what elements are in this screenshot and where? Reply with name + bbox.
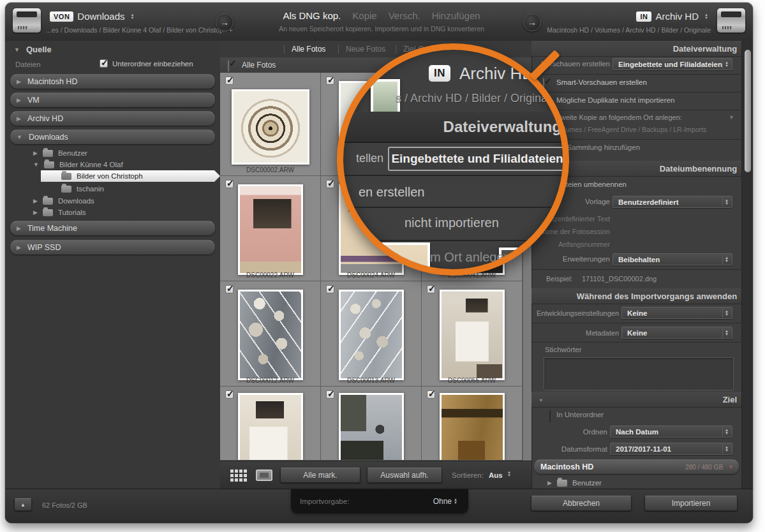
photo-thumbnail[interactable] bbox=[238, 393, 303, 461]
photo-checkbox[interactable] bbox=[225, 390, 234, 399]
expand-triangle-icon[interactable] bbox=[17, 225, 21, 232]
collapse-triangle-icon[interactable] bbox=[729, 114, 734, 121]
expand-triangle-icon[interactable] bbox=[17, 97, 21, 103]
volume-macintosh-hd[interactable]: Macintosh HD bbox=[10, 74, 215, 89]
destination-volume-bar[interactable]: Macintosh HD 280 / 480 GB bbox=[534, 459, 739, 474]
expand-triangle-icon[interactable] bbox=[17, 244, 21, 251]
tab-neue-fotos[interactable]: Neue Fotos bbox=[346, 45, 385, 54]
volume-downloads[interactable]: Downloads bbox=[10, 129, 215, 144]
photo-cell[interactable]: DSC00022.ARW bbox=[220, 176, 321, 281]
uncheck-all-button[interactable]: Auswahl aufh. bbox=[367, 468, 442, 483]
photo-cell[interactable] bbox=[422, 387, 523, 461]
photo-checkbox[interactable] bbox=[225, 77, 234, 85]
sort-value[interactable]: Aus bbox=[489, 471, 503, 479]
add-folder-icon[interactable] bbox=[539, 394, 542, 404]
photo-thumbnail[interactable] bbox=[440, 290, 505, 380]
destination-path[interactable]: Macintosh HD / Volumes / Archiv HD / Bil… bbox=[528, 26, 711, 34]
expand-triangle-icon[interactable] bbox=[33, 209, 38, 216]
expand-triangle-icon[interactable] bbox=[547, 480, 552, 486]
photo-cell[interactable]: DSC00012.ARW bbox=[220, 281, 321, 387]
right-panel-scrollbar[interactable] bbox=[741, 41, 753, 489]
expand-triangle-icon[interactable] bbox=[17, 115, 21, 122]
photo-thumbnail[interactable] bbox=[232, 89, 309, 165]
photo-checkbox[interactable] bbox=[326, 390, 334, 399]
file-handling-header[interactable]: Dateiverwaltung bbox=[531, 41, 753, 57]
right-scrollbar-thumb[interactable] bbox=[745, 50, 751, 172]
stepper-icon[interactable] bbox=[452, 498, 459, 505]
stepper-icon[interactable] bbox=[702, 13, 710, 20]
volume-vm[interactable]: VM bbox=[10, 92, 215, 107]
folder-row-tschanin[interactable]: tschanin bbox=[61, 183, 104, 195]
volume-archiv-hd[interactable]: Archiv HD bbox=[10, 111, 215, 126]
folder-row-tutorials[interactable]: Tutorials bbox=[33, 207, 86, 218]
develop-dropdown[interactable]: Keine bbox=[621, 307, 732, 319]
dateformat-dropdown[interactable]: 2017/2017-11-01 bbox=[610, 443, 732, 455]
photo-checkbox[interactable] bbox=[225, 285, 234, 293]
select-all-checkbox[interactable] bbox=[228, 60, 229, 72]
second-copy-path[interactable]: Volumes / FreeAgent Drive / Backups / LR… bbox=[556, 126, 706, 133]
stepper-icon[interactable] bbox=[129, 13, 137, 20]
source-selector[interactable]: VON Downloads bbox=[50, 11, 137, 22]
tab-alle-fotos[interactable]: Alle Fotos bbox=[292, 45, 325, 54]
include-subfolders-option[interactable]: Unterordner einbeziehen bbox=[100, 59, 193, 68]
mode-copy-as-dng[interactable]: Als DNG kop. bbox=[283, 10, 341, 21]
preset-value[interactable]: Ohne bbox=[433, 497, 452, 506]
photo-thumbnail[interactable] bbox=[238, 184, 303, 275]
destination-folder-benutzer[interactable]: Benutzer bbox=[547, 477, 602, 489]
photo-checkbox[interactable] bbox=[225, 180, 234, 188]
forward-arrow-left-icon[interactable] bbox=[216, 13, 234, 31]
collapse-triangle-icon[interactable] bbox=[33, 161, 39, 168]
photo-thumbnail[interactable] bbox=[440, 393, 505, 461]
photo-cell[interactable]: DSC00002.ARW bbox=[220, 73, 321, 176]
mode-copy[interactable]: Kopie bbox=[352, 10, 376, 21]
photo-thumbnail[interactable] bbox=[339, 290, 404, 380]
volume-wip-ssd[interactable]: WIP SSD bbox=[10, 240, 215, 255]
collapse-triangle-icon[interactable] bbox=[17, 134, 22, 140]
photo-checkbox[interactable] bbox=[326, 180, 334, 188]
stepper-icon[interactable] bbox=[505, 471, 513, 477]
folder-row-benutzer[interactable]: Benutzer bbox=[33, 147, 87, 159]
source-panel-header[interactable]: Quelle bbox=[14, 45, 52, 54]
photo-checkbox[interactable] bbox=[326, 285, 334, 293]
expand-triangle-icon[interactable] bbox=[17, 78, 21, 85]
extensions-dropdown[interactable]: Beibehalten bbox=[613, 253, 732, 265]
grid-view-icon[interactable] bbox=[230, 469, 248, 482]
into-subfolder-checkbox[interactable] bbox=[549, 410, 551, 422]
check-all-button[interactable]: Alle mark. bbox=[280, 468, 360, 483]
import-preset-bar[interactable]: Importvorgabe: Ohne bbox=[291, 489, 468, 514]
import-button[interactable]: Importieren bbox=[644, 496, 738, 511]
loupe-view-icon[interactable] bbox=[256, 469, 272, 481]
destination-header[interactable]: Ziel bbox=[531, 392, 753, 408]
folder-row-bilder-von-christoph-selected[interactable]: Bilder von Christoph bbox=[41, 170, 220, 182]
photo-cell[interactable] bbox=[220, 387, 321, 461]
photo-cell[interactable]: DSC00013.ARW bbox=[321, 281, 422, 387]
source-path[interactable]: ...es / Downloads / Bilder Künne 4 Olaf … bbox=[46, 26, 233, 34]
photo-thumbnail[interactable] bbox=[339, 393, 404, 461]
cancel-button[interactable]: Abbrechen bbox=[531, 496, 632, 511]
folder-label: Benutzer bbox=[572, 479, 602, 487]
photo-cell[interactable]: DSC00055.ARW bbox=[422, 281, 523, 387]
photo-checkbox[interactable] bbox=[326, 77, 334, 85]
photo-thumbnail[interactable] bbox=[238, 290, 303, 380]
collapse-dialog-button[interactable] bbox=[14, 498, 32, 511]
to-badge: IN bbox=[636, 11, 651, 22]
organize-dropdown[interactable]: Nach Datum bbox=[610, 425, 732, 438]
destination-selector[interactable]: IN Archiv HD bbox=[598, 11, 710, 22]
collapse-triangle-icon[interactable] bbox=[728, 464, 734, 470]
photo-checkbox[interactable] bbox=[427, 390, 435, 399]
include-subfolders-checkbox[interactable] bbox=[100, 59, 108, 68]
expand-triangle-icon[interactable] bbox=[33, 198, 38, 204]
metadata-dropdown[interactable]: Keine bbox=[621, 327, 732, 339]
previews-dropdown[interactable]: Eingebettete und Filialdateien bbox=[613, 58, 732, 70]
mode-add[interactable]: Hinzufügen bbox=[432, 10, 480, 21]
volume-time-machine[interactable]: Time Machine bbox=[10, 221, 215, 235]
folder-row-downloads[interactable]: Downloads bbox=[33, 195, 94, 207]
photo-checkbox[interactable] bbox=[427, 285, 435, 293]
keywords-textarea[interactable] bbox=[544, 357, 734, 390]
folder-row-bilder-kuenne[interactable]: Bilder Künne 4 Olaf bbox=[33, 159, 123, 170]
apply-during-import-header[interactable]: Während des Importvorgangs anwenden bbox=[531, 288, 753, 304]
template-dropdown[interactable]: Benutzerdefiniert bbox=[613, 196, 732, 208]
mode-move[interactable]: Versch. bbox=[389, 10, 420, 21]
photo-cell[interactable] bbox=[321, 387, 422, 461]
expand-triangle-icon[interactable] bbox=[33, 150, 38, 156]
